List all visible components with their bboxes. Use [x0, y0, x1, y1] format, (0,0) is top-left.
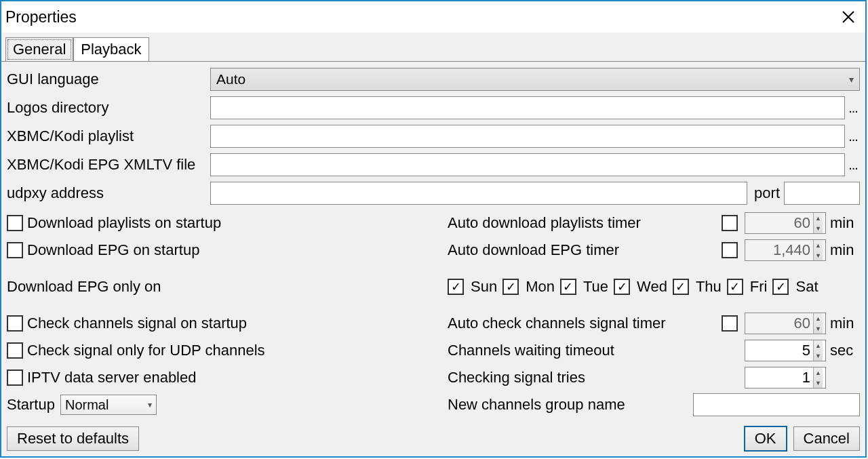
- day-tue-checkbox[interactable]: [560, 279, 576, 295]
- kodi-playlist-label: XBMC/Kodi playlist: [7, 127, 210, 145]
- day-wed-label: Wed: [637, 278, 667, 296]
- udpxy-label: udpxy address: [7, 184, 210, 202]
- kodi-epg-input[interactable]: [210, 153, 845, 176]
- dialog-footer: Reset to defaults OK Cancel: [1, 424, 865, 456]
- day-sat-label: Sat: [795, 278, 818, 296]
- auto-dl-epg-timer-checkbox[interactable]: [722, 242, 738, 258]
- auto-dl-epg-timer-label: Auto download EPG timer: [448, 241, 715, 259]
- day-thu-checkbox[interactable]: [673, 279, 689, 295]
- download-playlists-label: Download playlists on startup: [27, 214, 221, 232]
- close-icon: [842, 10, 855, 24]
- day-fri-label: Fri: [750, 278, 768, 296]
- channels-wait-timeout-value: 5: [802, 342, 810, 359]
- gui-language-combo[interactable]: Auto ▾: [210, 68, 860, 91]
- channels-wait-timeout-label: Channels waiting timeout: [448, 342, 745, 359]
- auto-dl-epg-timer-value: 1,440: [773, 241, 810, 259]
- new-group-input[interactable]: [693, 393, 860, 416]
- check-signal-udp-checkbox[interactable]: [7, 342, 23, 359]
- tab-panel-general: GUI language Auto ▾ Logos directory ... …: [1, 61, 865, 424]
- logos-dir-input[interactable]: [210, 96, 845, 119]
- kodi-playlist-browse-button[interactable]: ...: [846, 129, 860, 144]
- auto-dl-playlists-timer-spinner[interactable]: 60 ▲▼: [745, 212, 826, 234]
- auto-check-signal-timer-label: Auto check channels signal timer: [448, 315, 715, 332]
- tab-playback[interactable]: Playback: [73, 37, 149, 62]
- day-wed-checkbox[interactable]: [614, 279, 630, 295]
- iptv-server-label: IPTV data server enabled: [27, 369, 196, 386]
- auto-dl-playlists-timer-value: 60: [794, 214, 810, 232]
- unit-min: min: [830, 214, 860, 232]
- udpxy-address-input[interactable]: [210, 182, 747, 205]
- chevron-down-icon: ▾: [849, 74, 854, 85]
- chevron-down-icon: ▾: [148, 400, 152, 410]
- checking-tries-value: 1: [802, 369, 810, 386]
- download-epg-only-on-label: Download EPG only on: [7, 278, 161, 296]
- auto-check-signal-timer-checkbox[interactable]: [722, 315, 738, 332]
- kodi-playlist-input[interactable]: [210, 125, 845, 148]
- auto-check-signal-timer-spinner[interactable]: 60 ▲▼: [745, 313, 826, 334]
- gui-language-label: GUI language: [7, 71, 210, 88]
- logos-dir-label: Logos directory: [7, 99, 210, 117]
- close-button[interactable]: [838, 7, 859, 27]
- day-mon-checkbox[interactable]: [502, 279, 519, 295]
- udpxy-port-input[interactable]: [784, 182, 860, 205]
- cancel-button[interactable]: Cancel: [793, 426, 860, 451]
- unit-min: min: [830, 315, 860, 332]
- udpxy-port-label: port: [754, 184, 780, 202]
- checking-tries-spinner[interactable]: 1 ▲▼: [745, 367, 826, 388]
- spinner-arrows-icon: ▲▼: [813, 213, 823, 233]
- spinner-arrows-icon: ▲▼: [813, 340, 823, 361]
- checking-tries-label: Checking signal tries: [448, 369, 745, 386]
- day-tue-label: Tue: [583, 278, 608, 296]
- download-playlists-checkbox[interactable]: [7, 215, 23, 231]
- new-group-label: New channels group name: [448, 396, 693, 414]
- day-sat-checkbox[interactable]: [772, 279, 789, 295]
- day-thu-label: Thu: [696, 278, 722, 296]
- startup-combo[interactable]: Normal ▾: [60, 395, 157, 415]
- day-sun-label: Sun: [471, 278, 497, 296]
- iptv-server-checkbox[interactable]: [7, 370, 23, 386]
- ok-button[interactable]: OK: [745, 426, 787, 451]
- tabstrip: General Playback: [1, 33, 865, 61]
- channels-wait-timeout-spinner[interactable]: 5 ▲▼: [745, 340, 826, 361]
- auto-dl-playlists-timer-label: Auto download playlists timer: [448, 214, 715, 232]
- download-epg-label: Download EPG on startup: [27, 241, 199, 259]
- tab-general[interactable]: General: [5, 37, 73, 62]
- auto-dl-playlists-timer-checkbox[interactable]: [722, 215, 738, 231]
- window-title: Properties: [5, 8, 77, 26]
- spinner-arrows-icon: ▲▼: [813, 313, 823, 334]
- check-signal-startup-label: Check channels signal on startup: [27, 315, 247, 332]
- startup-label: Startup: [7, 396, 55, 414]
- kodi-epg-label: XBMC/Kodi EPG XMLTV file: [7, 156, 210, 174]
- unit-min: min: [830, 241, 860, 259]
- logos-dir-browse-button[interactable]: ...: [846, 100, 860, 116]
- titlebar: Properties: [1, 1, 865, 33]
- properties-dialog: Properties General Playback GUI language…: [0, 0, 867, 458]
- gui-language-value: Auto: [216, 71, 245, 87]
- check-signal-udp-label: Check signal only for UDP channels: [27, 342, 265, 359]
- spinner-arrows-icon: ▲▼: [813, 240, 823, 260]
- check-signal-startup-checkbox[interactable]: [7, 315, 23, 332]
- spinner-arrows-icon: ▲▼: [813, 367, 823, 388]
- kodi-epg-browse-button[interactable]: ...: [846, 157, 860, 173]
- download-epg-checkbox[interactable]: [7, 242, 23, 258]
- day-sun-checkbox[interactable]: [448, 279, 464, 295]
- startup-value: Normal: [65, 397, 108, 413]
- day-mon-label: Mon: [526, 278, 555, 296]
- day-fri-checkbox[interactable]: [727, 279, 743, 295]
- reset-defaults-button[interactable]: Reset to defaults: [7, 426, 139, 451]
- auto-dl-epg-timer-spinner[interactable]: 1,440 ▲▼: [745, 239, 826, 261]
- auto-check-signal-timer-value: 60: [794, 315, 810, 332]
- unit-sec: sec: [830, 342, 860, 359]
